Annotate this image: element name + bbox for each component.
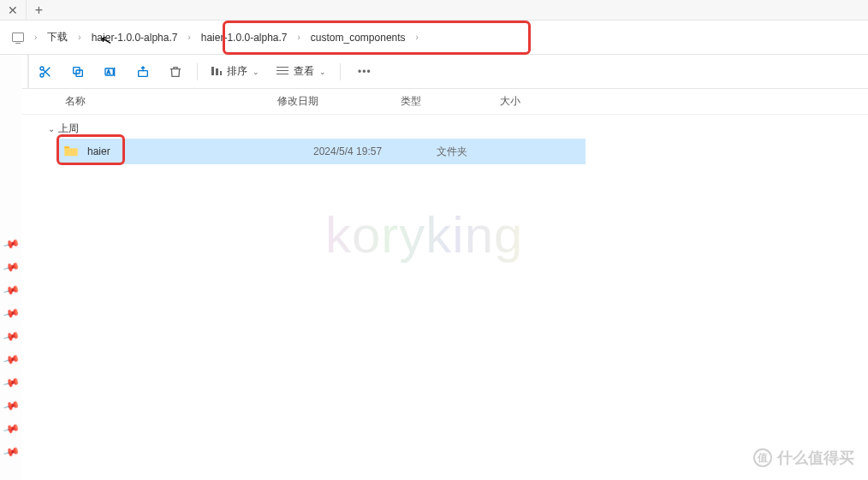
content-area: A 排序 ⌄ 查看 ⌄ ••• 名称 [22,55,868,480]
chevron-right-icon[interactable]: › [31,33,40,42]
folder-icon [63,145,80,158]
breadcrumb-item-3[interactable]: custom_components [304,21,413,54]
toolbar: A 排序 ⌄ 查看 ⌄ ••• [22,55,868,89]
sort-button[interactable]: 排序 ⌄ [203,55,268,89]
toolbar-divider [340,63,341,80]
breadcrumb-pc-icon[interactable] [5,21,31,54]
tab-bar: ✕ + [0,0,868,21]
new-tab-button[interactable]: + [26,0,51,21]
breadcrumb-label: custom_components [311,32,406,44]
caret-down-icon: ⌄ [253,68,259,76]
breadcrumb: › 下载 › haier-1.0.0-alpha.7 › haier-1.0.0… [0,21,868,55]
chevron-right-icon[interactable]: › [413,33,422,42]
sort-label: 排序 [227,64,247,79]
chevron-down-icon: ⌄ [48,124,55,133]
svg-point-1 [40,74,44,77]
delete-button[interactable] [159,55,192,89]
cut-button[interactable] [29,55,62,89]
group-header[interactable]: ⌄ 上周 [22,118,868,139]
breadcrumb-item-2[interactable]: haier-1.0.0-alpha.7 [194,21,294,54]
svg-rect-9 [139,70,148,76]
toolbar-divider [197,63,198,80]
view-button[interactable]: 查看 ⌄ [268,55,335,89]
breadcrumb-label: haier-1.0.0-alpha.7 [201,32,288,44]
view-icon [276,66,288,78]
column-label: 类型 [401,95,421,107]
column-header-name[interactable]: 名称 [65,94,277,109]
pin-icon[interactable]: 📌 [2,258,20,276]
sort-icon [211,66,222,78]
nav-rail: 📌 📌 📌 📌 📌 📌 📌 📌 📌 📌 [0,55,22,480]
view-label: 查看 [294,64,314,79]
file-date: 2024/5/4 19:57 [313,145,437,157]
chevron-right-icon[interactable]: › [294,33,304,42]
pin-icon[interactable]: 📌 [2,281,20,299]
pin-icon[interactable]: 📌 [2,397,20,415]
main-area: 📌 📌 📌 📌 📌 📌 📌 📌 📌 📌 A [0,55,868,480]
column-header-date[interactable]: 修改日期 [277,94,401,109]
column-header-type[interactable]: 类型 [401,94,500,109]
caret-down-icon: ⌄ [319,68,326,76]
column-label: 大小 [500,95,520,107]
copy-button[interactable] [62,55,94,89]
breadcrumb-label: 下载 [47,30,68,44]
chevron-right-icon[interactable]: › [184,33,193,42]
column-label: 修改日期 [277,95,318,107]
pin-icon[interactable]: 📌 [2,305,20,323]
svg-text:A: A [107,69,110,74]
pin-icon[interactable]: 📌 [2,443,20,461]
chevron-right-icon[interactable]: › [74,33,84,42]
rename-button[interactable]: A [94,55,127,89]
pin-icon[interactable]: 📌 [2,235,20,253]
share-button[interactable] [127,55,159,89]
pin-icon[interactable]: 📌 [2,420,20,438]
tab-close-button[interactable]: ✕ [0,0,26,21]
pin-icon[interactable]: 📌 [2,328,20,346]
column-header-size[interactable]: 大小 [500,94,568,109]
column-headers: 名称 修改日期 类型 大小 [22,89,868,115]
column-label: 名称 [65,95,86,107]
file-type: 文件夹 [437,145,536,159]
file-name: haier [87,145,313,157]
breadcrumb-label: haier-1.0.0-alpha.7 [92,32,178,44]
file-row[interactable]: haier 2024/5/4 19:57 文件夹 [58,139,586,164]
more-button[interactable]: ••• [346,66,383,78]
breadcrumb-item-1[interactable]: haier-1.0.0-alpha.7 [85,21,185,54]
group-label: 上周 [58,121,79,136]
breadcrumb-item-downloads[interactable]: 下载 [40,21,74,54]
svg-point-0 [40,67,44,70]
pin-icon[interactable]: 📌 [2,374,20,392]
pin-icon[interactable]: 📌 [2,351,20,369]
